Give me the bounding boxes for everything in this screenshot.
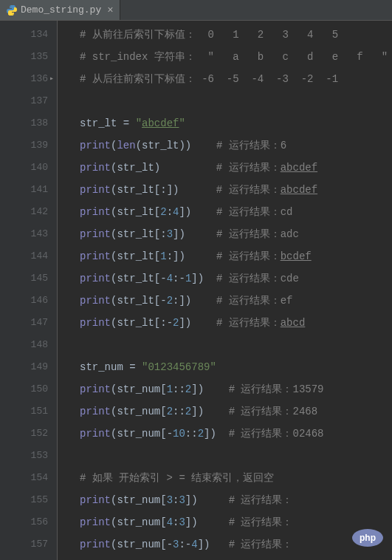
token-comment: # 运行结果： <box>216 179 281 201</box>
line-number: 154 <box>4 467 48 489</box>
code-line: print(str_num[4:3]) # 运行结果： <box>80 511 392 533</box>
code-area[interactable]: # 从前往后索引下标值： 0 1 2 3 4 5# str_index 字符串：… <box>58 21 392 560</box>
token-paren: :- <box>173 267 185 290</box>
token-paren: ]) <box>185 489 229 511</box>
token-paren: ( <box>111 223 117 245</box>
line-number: 152 <box>4 423 48 445</box>
token-paren: ]) <box>185 511 229 533</box>
token-operator: = <box>123 112 136 134</box>
token-number: 4 <box>167 267 173 290</box>
code-line: # 如果 开始索引 > = 结束索引，返回空 <box>80 467 392 489</box>
code-line: # 从后往前索引下标值： -6 -5 -4 -3 -2 -1 <box>80 68 392 90</box>
token-ident: str_lt <box>117 267 154 290</box>
token-string-u: abcdef <box>142 112 179 134</box>
token-builtin: print <box>80 179 111 201</box>
close-icon[interactable]: × <box>107 4 113 16</box>
token-number: 2 <box>167 400 173 423</box>
code-line: print(str_lt[:3]) # 运行结果：adc <box>80 223 392 245</box>
token-number: 2 <box>198 423 204 445</box>
token-paren: [:]) <box>154 179 216 201</box>
code-line: print(str_num[-3:-4]) # 运行结果： <box>80 533 392 556</box>
token-builtin: print <box>80 223 111 245</box>
token-comment: # str_index 字符串： ″ a b c d e f ″ <box>80 46 388 68</box>
line-number: 137 <box>4 90 48 112</box>
token-builtin: print <box>80 378 111 400</box>
line-number: 141 <box>4 179 48 201</box>
code-line: str_num = ″0123456789″ <box>80 356 392 378</box>
token-paren: ]) <box>179 312 216 334</box>
token-paren: ( <box>111 423 117 445</box>
token-paren: : <box>173 489 179 511</box>
token-comment-u: abcdef <box>281 179 317 201</box>
code-line: print(str_num[3:3]) # 运行结果： <box>80 489 392 511</box>
token-builtin: print <box>80 157 111 179</box>
line-number: 145 <box>4 267 48 290</box>
line-number: 155 <box>4 489 48 511</box>
token-comment: # 运行结果：13579 <box>229 378 324 400</box>
token-comment: # 运行结果： <box>229 489 293 511</box>
token-ident: str_num <box>117 423 160 445</box>
token-builtin: print <box>80 245 111 267</box>
token-paren: ( <box>111 157 117 179</box>
token-paren: :- <box>179 533 191 556</box>
token-comment: # 运行结果：adc <box>216 223 299 245</box>
fold-icon[interactable]: ▸ <box>49 68 54 90</box>
token-builtin: print <box>80 312 111 334</box>
token-paren: [- <box>160 423 173 445</box>
token-paren: ( <box>111 179 117 201</box>
token-paren: :: <box>185 423 198 445</box>
token-paren: ]) <box>191 378 228 400</box>
token-paren: ( <box>111 489 117 511</box>
code-line: print(str_lt[:]) # 运行结果：abcdef <box>80 179 392 201</box>
token-operator: = <box>129 356 142 378</box>
line-number: 146 <box>4 290 48 312</box>
token-ident: str_lt <box>142 134 179 157</box>
code-line <box>80 445 392 467</box>
token-number: 3 <box>179 489 185 511</box>
code-line: str_lt = ″abcdef″ <box>80 112 392 134</box>
token-comment-u: bcdef <box>281 245 312 267</box>
line-number: 157 <box>4 533 48 556</box>
line-number: 153 <box>4 445 48 467</box>
code-line: print(str_lt[1:]) # 运行结果：bcdef <box>80 245 392 267</box>
line-number: 151 <box>4 400 48 423</box>
token-paren: [ <box>154 201 160 223</box>
line-number: 144 <box>4 245 48 267</box>
token-builtin: print <box>80 290 111 312</box>
token-paren: ]) <box>179 201 216 223</box>
gutter: 134135136▸137138139140141142143144145146… <box>0 21 58 560</box>
token-paren: :: <box>173 400 185 423</box>
token-ident: str_lt <box>117 179 154 201</box>
token-number: 4 <box>191 533 197 556</box>
code-line: print(len(str_lt)) # 运行结果：6 <box>80 134 392 157</box>
php-watermark: php <box>352 529 383 547</box>
token-builtin: len <box>117 134 135 157</box>
code-line: print(str_lt[-2:]) # 运行结果：ef <box>80 290 392 312</box>
token-paren: [ <box>160 400 166 423</box>
token-paren: [- <box>154 290 167 312</box>
tab-file[interactable]: Demo_string.py × <box>0 0 120 20</box>
token-builtin: print <box>80 400 111 423</box>
token-ident: str_lt <box>117 223 154 245</box>
token-paren: :: <box>173 378 185 400</box>
tab-title: Demo_string.py <box>21 4 101 16</box>
token-number: 2 <box>185 378 191 400</box>
token-paren: [- <box>160 533 173 556</box>
editor: 134135136▸137138139140141142143144145146… <box>0 21 392 560</box>
token-comment: # 运行结果： <box>216 245 281 267</box>
line-number: 156 <box>4 511 48 533</box>
token-builtin: print <box>80 267 111 290</box>
token-ident: str_num <box>117 400 160 423</box>
token-paren: [: <box>154 223 167 245</box>
token-number: 10 <box>173 423 185 445</box>
token-paren: ]) <box>204 423 229 445</box>
line-number: 143 <box>4 223 48 245</box>
code-line: # 从前往后索引下标值： 0 1 2 3 4 5 <box>80 24 392 46</box>
line-number: 147 <box>4 312 48 334</box>
code-line: print(str_lt[2:4]) # 运行结果：cd <box>80 201 392 223</box>
code-line <box>80 334 392 356</box>
token-paren: [ <box>154 245 160 267</box>
token-number: 3 <box>167 489 173 511</box>
token-comment-u: abcdef <box>281 157 317 179</box>
token-paren: ( <box>111 511 117 533</box>
